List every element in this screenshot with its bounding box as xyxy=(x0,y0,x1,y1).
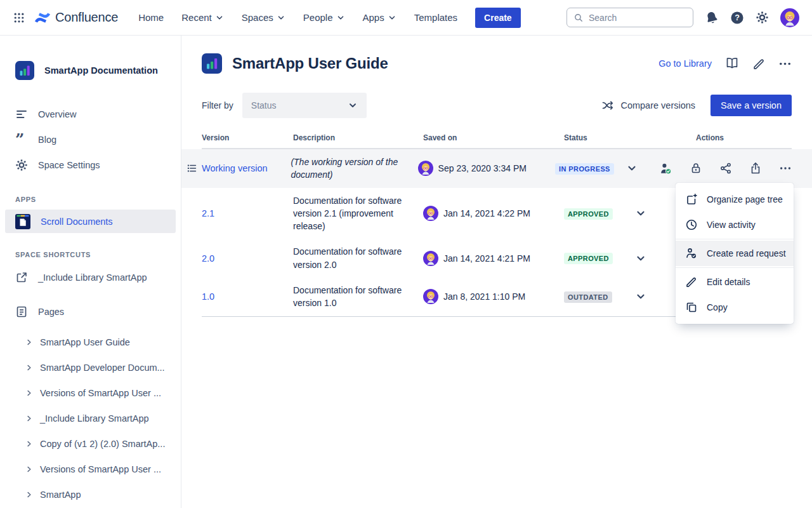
chevron-right-icon[interactable] xyxy=(25,491,33,498)
status-badge: APPROVED xyxy=(564,208,613,220)
tree-item[interactable]: Versions of SmartApp User ... xyxy=(0,380,181,406)
save-a-version-button[interactable]: Save a version xyxy=(710,95,792,116)
pencil-icon xyxy=(685,276,698,288)
brand-wordmark: Confluence xyxy=(55,10,118,25)
chevron-down-icon xyxy=(215,13,224,22)
row-more-ellipsis-icon[interactable] xyxy=(779,162,792,175)
app-switcher-icon[interactable] xyxy=(9,8,29,28)
read-view-book-icon[interactable] xyxy=(724,56,740,71)
version-link[interactable]: 1.0 xyxy=(202,291,214,302)
sidebar-item-scroll-documents[interactable]: Scroll Documents xyxy=(5,210,176,233)
go-to-library-link[interactable]: Go to Library xyxy=(658,58,712,69)
status-badge: IN PROGRESS xyxy=(555,163,614,175)
expand-row-chevron[interactable] xyxy=(635,208,646,219)
tree-item[interactable]: SmartApp xyxy=(0,482,181,507)
share-icon[interactable] xyxy=(719,162,732,175)
compare-versions-button[interactable]: Compare versions xyxy=(601,99,695,112)
nav-apps[interactable]: Apps xyxy=(363,12,396,23)
primary-nav: Home Recent Spaces People Apps Templates xyxy=(138,12,457,23)
version-link[interactable]: Working version xyxy=(202,163,268,173)
help-icon[interactable] xyxy=(730,11,744,25)
menu-item-view-activity[interactable]: View activity xyxy=(676,212,794,237)
top-navigation-bar: Confluence Home Recent Spaces People App… xyxy=(0,0,812,36)
tree-item[interactable]: SmartApp Developer Docum... xyxy=(0,355,181,380)
column-header-description: Description xyxy=(293,133,423,142)
expand-row-chevron[interactable] xyxy=(626,163,638,174)
search-input[interactable] xyxy=(589,13,678,23)
tree-item[interactable]: SmartApp User Guide xyxy=(0,330,181,355)
user-avatar[interactable] xyxy=(780,8,799,27)
chevron-right-icon[interactable] xyxy=(25,465,33,473)
create-button[interactable]: Create xyxy=(475,8,521,28)
status-badge: APPROVED xyxy=(564,253,613,264)
tree-item[interactable]: Versions of SmartApp User ... xyxy=(0,457,181,482)
chevron-right-icon[interactable] xyxy=(25,338,33,346)
saved-on-value: Jan 14, 2021 4:22 PM xyxy=(443,208,530,218)
quote-icon: ” xyxy=(15,137,28,143)
sidebar-item-overview[interactable]: Overview xyxy=(0,102,181,127)
nav-templates[interactable]: Templates xyxy=(414,12,457,23)
version-description: (The working version of the document) xyxy=(291,156,417,182)
topbar-right xyxy=(566,8,799,27)
nav-home[interactable]: Home xyxy=(138,12,164,23)
column-header-actions: Actions xyxy=(667,133,792,142)
chevron-right-icon[interactable] xyxy=(25,364,33,371)
menu-item-create-read-request[interactable]: Create read request xyxy=(676,241,794,266)
avatar xyxy=(423,251,438,266)
avatar xyxy=(423,289,438,304)
version-description: Documentation for software version 2.0 xyxy=(293,245,423,271)
permissions-lock-icon[interactable] xyxy=(690,162,702,175)
more-actions-ellipsis-icon[interactable] xyxy=(778,57,792,70)
chevron-right-icon[interactable] xyxy=(25,415,33,422)
version-description: Documentation for software version 2.1 (… xyxy=(293,194,423,233)
confluence-logo[interactable]: Confluence xyxy=(34,10,118,26)
edit-pencil-icon[interactable] xyxy=(752,57,766,70)
nav-recent[interactable]: Recent xyxy=(181,12,224,23)
row-actions-menu: Organize page tree View activity Create … xyxy=(676,183,794,324)
chevron-down-icon xyxy=(277,13,285,22)
chevron-right-icon[interactable] xyxy=(25,389,33,397)
working-version-icon xyxy=(187,163,197,174)
sidebar-section-shortcuts: SPACE SHORTCUTS xyxy=(0,233,181,265)
version-link[interactable]: 2.1 xyxy=(202,208,214,218)
settings-gear-icon[interactable] xyxy=(756,11,769,24)
tree-item[interactable]: Copy of (v1 2) (2.0) SmartAp... xyxy=(0,431,181,457)
table-header-row: Version Description Saved on Status Acti… xyxy=(202,130,792,149)
expand-row-chevron[interactable] xyxy=(635,253,646,264)
space-header[interactable]: SmartApp Documentation xyxy=(0,51,181,102)
notifications-bell-icon[interactable] xyxy=(705,11,719,25)
chevron-right-icon[interactable] xyxy=(25,440,33,448)
expand-row-chevron[interactable] xyxy=(635,291,646,302)
sidebar-item-space-settings[interactable]: Space Settings xyxy=(0,152,181,178)
document-logo-icon xyxy=(202,53,222,74)
tree-item[interactable]: _Include Library SmartApp xyxy=(0,406,181,431)
search-box[interactable] xyxy=(566,8,693,27)
saved-on-value: Jan 8, 2021 1:10 PM xyxy=(443,291,525,302)
version-description: Documentation for software version 1.0 xyxy=(293,284,423,310)
read-request-icon[interactable] xyxy=(659,162,672,175)
compare-icon xyxy=(601,99,614,112)
sidebar-item-include-library[interactable]: _Include Library SmartApp xyxy=(0,265,181,290)
filter-by-label: Filter by xyxy=(202,100,233,110)
column-header-status: Status xyxy=(564,133,667,142)
sidebar-section-apps: APPS xyxy=(0,178,181,210)
export-icon[interactable] xyxy=(749,162,762,175)
sidebar-item-pages[interactable]: Pages xyxy=(0,299,181,324)
saved-on-value: Sep 23, 2020 3:34 PM xyxy=(438,163,527,173)
avatar xyxy=(418,161,433,176)
menu-item-organize-page-tree[interactable]: Organize page tree xyxy=(676,187,794,212)
clock-icon xyxy=(685,218,698,231)
copy-icon xyxy=(685,301,698,314)
version-link[interactable]: 2.0 xyxy=(202,253,214,264)
nav-spaces[interactable]: Spaces xyxy=(242,12,285,23)
status-filter-dropdown[interactable]: Status xyxy=(242,93,367,118)
external-link-icon xyxy=(15,271,28,284)
sidebar-item-blog[interactable]: ” Blog xyxy=(0,127,181,152)
menu-item-edit-details[interactable]: Edit details xyxy=(676,269,794,295)
table-row: Working version (The working version of … xyxy=(181,149,812,188)
column-header-version: Version xyxy=(202,133,293,142)
chevron-down-icon xyxy=(336,13,345,22)
nav-people[interactable]: People xyxy=(303,12,345,23)
space-name: SmartApp Documentation xyxy=(44,65,158,76)
menu-item-copy[interactable]: Copy xyxy=(676,295,794,320)
